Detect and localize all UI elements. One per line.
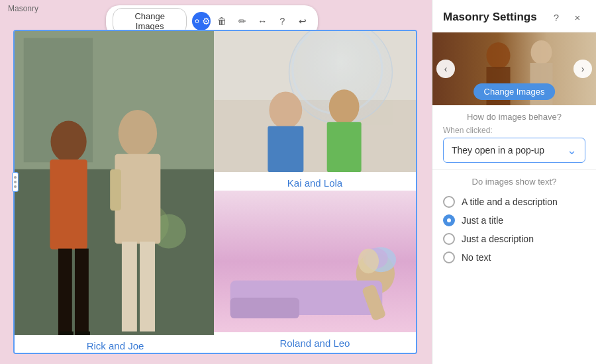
svg-rect-32 xyxy=(230,298,299,318)
radio-circle-title-desc xyxy=(443,196,455,208)
when-clicked-label: When clicked: xyxy=(443,126,585,135)
pencil-tool-button[interactable]: ✏ xyxy=(234,12,251,30)
svg-point-35 xyxy=(487,42,511,69)
behavior-section: How do images behave? When clicked: They… xyxy=(432,105,596,170)
resize-dot-3 xyxy=(14,185,17,188)
panel-change-images-button[interactable]: Change Images xyxy=(473,83,556,100)
cell-title-roland-leo: Roland and Leo xyxy=(214,332,416,353)
svg-rect-25 xyxy=(327,122,362,172)
radio-label-just-title: Just a title xyxy=(462,215,503,226)
svg-rect-16 xyxy=(110,169,121,211)
radio-just-desc[interactable]: Just a description xyxy=(443,233,585,245)
svg-point-24 xyxy=(329,89,360,124)
panel-image-preview: ‹ › Change Images xyxy=(432,32,596,105)
resize-handle[interactable] xyxy=(12,172,19,192)
svg-rect-7 xyxy=(50,159,87,250)
svg-point-21 xyxy=(269,91,302,128)
svg-rect-22 xyxy=(268,126,303,172)
canvas-label: Masonry xyxy=(8,4,38,13)
grid-cell-roland-leo[interactable]: Roland and Leo xyxy=(214,191,416,353)
text-section: Do images show text? A title and a descr… xyxy=(432,170,596,270)
trash-tool-button[interactable]: 🗑 xyxy=(213,12,230,30)
roland-leo-photo-area xyxy=(214,191,416,332)
grid-cell-kai-lola[interactable]: Kai and Lola xyxy=(214,31,416,193)
radio-just-title[interactable]: Just a title xyxy=(443,214,585,226)
help-tool-button[interactable]: ? xyxy=(273,12,291,30)
svg-point-6 xyxy=(50,121,86,163)
radio-title-desc[interactable]: A title and a description xyxy=(443,196,585,208)
panel-header: Masonry Settings ? × xyxy=(432,0,596,32)
radio-label-title-desc: A title and a description xyxy=(462,197,558,207)
radio-label-no-text: No text xyxy=(462,252,491,263)
cell-title-kai-lola: Kai and Lola xyxy=(214,172,416,193)
gear-icon xyxy=(192,16,202,26)
kai-lola-photo-area xyxy=(214,31,416,172)
radio-circle-no-text xyxy=(443,251,455,263)
undo-tool-button[interactable]: ↩ xyxy=(294,12,311,30)
grid-cell-rick-joe[interactable]: Rick and Joe xyxy=(15,31,217,354)
svg-rect-14 xyxy=(122,242,137,332)
panel-close-button[interactable]: × xyxy=(570,9,585,25)
panel-title: Masonry Settings xyxy=(443,11,537,24)
rick-joe-photo-area xyxy=(15,31,216,335)
dropdown-value: They open in a pop-up xyxy=(452,145,544,156)
panel-prev-button[interactable]: ‹ xyxy=(436,60,455,78)
svg-rect-8 xyxy=(58,249,72,335)
radio-label-just-desc: Just a description xyxy=(462,234,534,244)
svg-point-12 xyxy=(119,110,157,157)
svg-point-37 xyxy=(531,40,552,64)
panel-help-button[interactable]: ? xyxy=(548,9,564,25)
masonry-grid: Rick and Joe xyxy=(13,30,417,354)
svg-rect-9 xyxy=(75,249,89,335)
settings-panel: Masonry Settings ? × ‹ › xyxy=(432,0,596,364)
radio-circle-just-title xyxy=(443,214,455,226)
text-section-label: Do images show text? xyxy=(443,177,585,187)
panel-next-button[interactable]: › xyxy=(573,60,592,78)
canvas-area: Masonry Change Images ⚙ 🗑 ✏ ↔ ? ↩ xyxy=(0,0,424,364)
behavior-dropdown[interactable]: They open in a pop-up ⌄ xyxy=(443,138,585,163)
chevron-down-icon: ⌄ xyxy=(567,143,577,158)
svg-rect-10 xyxy=(60,332,74,335)
resize-dot-2 xyxy=(14,181,17,183)
arrows-tool-button[interactable]: ↔ xyxy=(254,12,271,30)
svg-rect-13 xyxy=(115,154,160,244)
radio-circle-just-desc xyxy=(443,233,455,245)
settings-tool-button[interactable]: ⚙ xyxy=(192,12,211,30)
svg-rect-15 xyxy=(140,242,155,332)
svg-rect-11 xyxy=(76,332,90,335)
svg-point-30 xyxy=(358,249,379,274)
radio-no-text[interactable]: No text xyxy=(443,251,585,263)
panel-header-icons: ? × xyxy=(548,9,585,25)
cell-title-rick-joe: Rick and Joe xyxy=(15,335,216,354)
resize-dot-1 xyxy=(14,176,17,179)
behavior-label: How do images behave? xyxy=(443,112,585,122)
